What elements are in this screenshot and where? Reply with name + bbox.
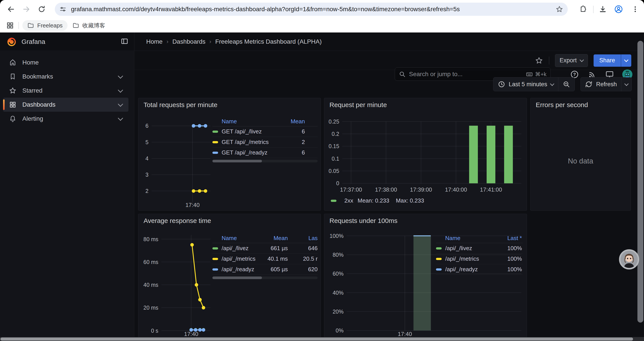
legend-scrollbar[interactable] bbox=[212, 160, 318, 162]
share-menu-button[interactable] bbox=[621, 55, 631, 67]
time-range-button[interactable]: Last 5 minutes bbox=[494, 78, 558, 91]
profile-icon bbox=[614, 5, 623, 14]
legend-series-name[interactable]: /api/_/readyz bbox=[222, 266, 257, 273]
legend-series-name[interactable]: GET /api/_/metrics bbox=[222, 139, 285, 146]
panel-title[interactable]: Request per minute bbox=[330, 101, 387, 109]
export-button[interactable]: Export bbox=[555, 54, 588, 67]
brand-name[interactable]: Grafana bbox=[22, 38, 45, 46]
y-tick-label: 0.2 bbox=[332, 131, 339, 137]
url-text: grafana.mathmast.com/d/deytv4rwavabkb/fr… bbox=[71, 6, 556, 13]
sidebar-item-alerting[interactable]: Alerting bbox=[3, 112, 128, 126]
legend-series-name[interactable]: /api/_/metrics bbox=[445, 255, 496, 262]
search-input[interactable] bbox=[408, 71, 523, 78]
legend-scrollbar-thumb[interactable] bbox=[212, 276, 262, 279]
panel-title[interactable]: Average response time bbox=[144, 217, 211, 224]
data-point bbox=[198, 298, 202, 301]
zoom-out-button[interactable] bbox=[558, 78, 574, 91]
sidebar-item-starred[interactable]: Starred bbox=[3, 84, 128, 98]
bookmark-star-icon[interactable] bbox=[556, 5, 563, 13]
browser-menu-button[interactable] bbox=[630, 4, 641, 15]
favorite-star-button[interactable] bbox=[535, 56, 543, 65]
time-range-group: Last 5 minutes bbox=[493, 77, 575, 91]
panel-average-response-time: Average response time 80 ms60 ms40 ms20 … bbox=[138, 214, 321, 340]
bookmark-folder-freeleaps[interactable]: Freeleaps bbox=[22, 20, 68, 31]
y-tick-label: 80 ms bbox=[143, 236, 158, 242]
legend-swatch bbox=[436, 247, 442, 249]
y-tick-label: 3 bbox=[146, 172, 148, 178]
breadcrumb-current[interactable]: Freeleaps Metrics Dashboard (ALPHA) bbox=[215, 38, 322, 45]
reload-button[interactable] bbox=[36, 3, 48, 15]
time-range-label: Last 5 minutes bbox=[509, 81, 547, 88]
clock-icon bbox=[498, 81, 505, 88]
search-icon bbox=[399, 71, 406, 78]
legend-swatch bbox=[436, 268, 442, 270]
sidebar-item-bookmarks[interactable]: Bookmarks bbox=[3, 70, 128, 84]
horizontal-scrollbar-track[interactable] bbox=[0, 337, 644, 341]
breadcrumb-separator: › bbox=[209, 38, 211, 45]
sidebar-item-dashboards[interactable]: Dashboards bbox=[3, 98, 128, 112]
legend-mean: Mean: 0.233 bbox=[358, 197, 389, 204]
legend-series-name[interactable]: /api/_/metrics bbox=[222, 255, 257, 262]
legend-column-header[interactable]: Last * bbox=[496, 235, 522, 242]
panel-title[interactable]: Errors per second bbox=[536, 101, 588, 109]
legend-series-name[interactable]: /api/_/readyz bbox=[445, 266, 496, 273]
panel-left-icon bbox=[120, 37, 128, 45]
share-button[interactable]: Share bbox=[594, 55, 631, 67]
apps-shortcut[interactable] bbox=[6, 22, 14, 30]
legend-row: GET /api/_/metrics2 bbox=[212, 137, 318, 147]
extensions-button[interactable] bbox=[577, 4, 589, 15]
legend-column-header[interactable]: Las bbox=[291, 235, 318, 242]
x-tick-label: 17:38:00 bbox=[375, 187, 397, 193]
legend-column-name[interactable]: Name bbox=[436, 235, 496, 242]
chevron-down-icon bbox=[118, 115, 123, 121]
sidebar-item-home[interactable]: Home bbox=[3, 56, 128, 70]
legend-swatch bbox=[212, 152, 218, 154]
data-point bbox=[194, 328, 197, 331]
profile-button[interactable] bbox=[613, 4, 624, 15]
x-tick-label: 17:40 bbox=[186, 202, 200, 208]
legend-scrollbar[interactable] bbox=[212, 276, 318, 279]
legend-series-name[interactable]: /api/_/livez bbox=[445, 245, 496, 252]
site-settings-icon[interactable] bbox=[59, 6, 67, 13]
legend-series-name[interactable]: 2xx bbox=[344, 197, 353, 204]
bar-chart: 0.250.20.150.10.05017:37:0017:38:0017:39… bbox=[324, 98, 527, 210]
area-fill bbox=[414, 236, 431, 331]
address-bar[interactable]: grafana.mathmast.com/d/deytv4rwavabkb/fr… bbox=[55, 3, 568, 16]
refresh-group: Refresh bbox=[580, 77, 632, 91]
legend-swatch bbox=[212, 247, 218, 249]
sidebar-item-label: Bookmarks bbox=[22, 73, 118, 80]
forward-button[interactable] bbox=[20, 3, 32, 15]
legend-swatch bbox=[212, 131, 218, 133]
grafana-logo[interactable] bbox=[6, 37, 17, 47]
panel-title[interactable]: Total requests per minute bbox=[144, 101, 218, 109]
legend-column-name[interactable]: Name bbox=[212, 235, 257, 242]
horizontal-scrollbar-thumb[interactable] bbox=[0, 337, 633, 340]
breadcrumb-home[interactable]: Home bbox=[146, 38, 163, 45]
x-tick-label: 17:41:00 bbox=[480, 187, 502, 193]
panel-title[interactable]: Requests under 100ms bbox=[330, 217, 398, 224]
sidebar: Home Bookmarks Starred Dashboards Alerti… bbox=[0, 51, 134, 341]
legend-value: 100% bbox=[496, 266, 522, 273]
assistant-avatar-widget[interactable] bbox=[619, 249, 639, 269]
y-tick-label: 0.1 bbox=[332, 156, 339, 162]
breadcrumb-dashboards[interactable]: Dashboards bbox=[172, 38, 206, 45]
refresh-button[interactable]: Refresh bbox=[581, 78, 621, 91]
sidebar-toggle-button[interactable] bbox=[120, 37, 128, 46]
refresh-interval-button[interactable] bbox=[622, 78, 632, 91]
dashboards-grid-icon bbox=[9, 101, 17, 109]
legend-series-name[interactable]: GET /api/_/livez bbox=[222, 128, 285, 135]
legend-value: 20.5 r bbox=[291, 255, 318, 262]
legend-column-name[interactable]: Name bbox=[212, 118, 285, 125]
y-tick-label: 0 s bbox=[151, 327, 158, 334]
legend-column-header[interactable]: Mean bbox=[285, 118, 305, 125]
x-tick-label: 17:40 bbox=[184, 331, 198, 337]
legend-series-name[interactable]: GET /api/_/readyz bbox=[222, 149, 285, 156]
legend-column-header[interactable]: Mean bbox=[257, 235, 288, 242]
legend-scrollbar-thumb[interactable] bbox=[212, 160, 262, 162]
downloads-button[interactable] bbox=[597, 4, 608, 15]
back-button[interactable] bbox=[5, 3, 17, 15]
legend-series-name[interactable]: /api/_/livez bbox=[222, 245, 257, 252]
vertical-scrollbar[interactable] bbox=[638, 41, 643, 322]
legend-header: NameLast * bbox=[436, 233, 523, 243]
bookmark-folder-blogs[interactable]: 收藏博客 bbox=[68, 20, 110, 31]
